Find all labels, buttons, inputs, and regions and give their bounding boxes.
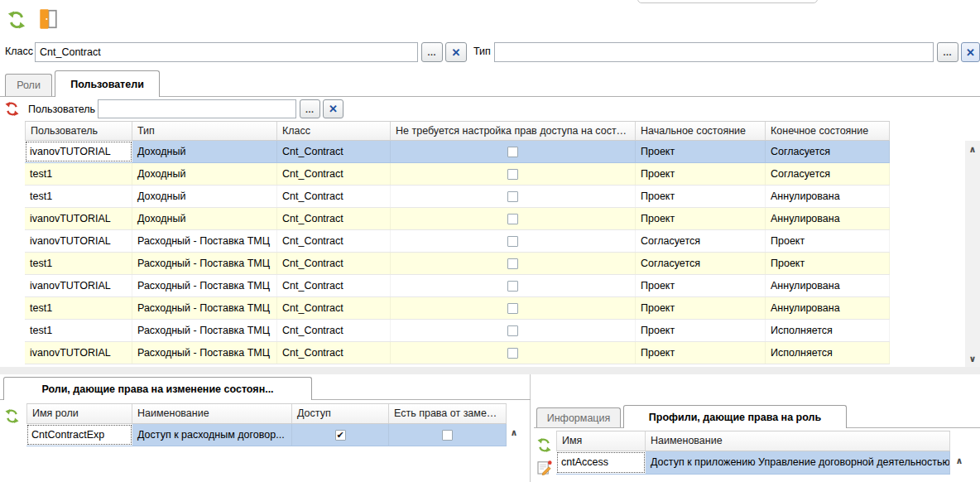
cell-end-state: Исполняется <box>766 320 890 341</box>
cell-start-state: Проект <box>636 208 766 229</box>
no-access-setup-checkbox[interactable] <box>507 281 518 292</box>
user-clear-button[interactable]: ✕ <box>323 99 343 118</box>
no-access-setup-checkbox[interactable] <box>507 325 518 336</box>
type-input[interactable] <box>494 42 934 62</box>
tab-information[interactable]: Информация <box>536 407 621 427</box>
scroll-down-icon[interactable]: ∨ <box>966 352 979 365</box>
type-browse-button[interactable]: … <box>937 42 958 62</box>
table-row[interactable]: test1ДоходныйCnt_ContractПроектАннулиров… <box>25 186 890 208</box>
edit-profile-button[interactable] <box>536 460 552 475</box>
roles-refresh-button[interactable] <box>4 408 20 424</box>
profiles-panel: Информация Профили, дающие права на роль… <box>534 374 980 482</box>
table-row[interactable]: test1Расходный - Поставка ТМЦCnt_Contrac… <box>25 297 890 320</box>
cell-class: Cnt_Contract <box>277 186 391 207</box>
column-header[interactable]: Начальное состояние <box>636 122 766 140</box>
refresh-icon <box>7 10 26 30</box>
column-header[interactable]: Не требуется настройка прав доступа на с… <box>391 122 636 140</box>
substitution-checkbox[interactable] <box>442 430 453 441</box>
cell-end-state: Проект <box>766 253 890 274</box>
cell-role-name: CntContractExp <box>26 424 132 446</box>
cell-start-state: Согласуется <box>636 253 766 274</box>
user-browse-button[interactable]: … <box>300 99 320 118</box>
cell-start-state: Проект <box>636 275 766 296</box>
cell-no-access-setup <box>391 230 636 252</box>
cell-type: Расходный - Поставка ТМЦ <box>132 297 277 319</box>
no-access-setup-checkbox[interactable] <box>507 169 518 180</box>
class-browse-button[interactable]: … <box>421 42 443 62</box>
cell-no-access-setup <box>391 163 636 185</box>
column-header[interactable]: Тип <box>132 122 277 140</box>
table-row[interactable]: ivanovTUTORIALРасходный - Поставка ТМЦCn… <box>25 342 890 364</box>
user-filter-input[interactable] <box>98 99 296 118</box>
users-table-scrollbar[interactable]: ∧ ∨ <box>965 141 980 367</box>
cell-type: Расходный - Поставка ТМЦ <box>132 253 277 274</box>
users-refresh-button[interactable] <box>4 101 20 117</box>
table-row[interactable]: ivanovTUTORIALРасходный - Поставка ТМЦCn… <box>25 275 890 297</box>
column-header[interactable]: Имя роли <box>26 404 132 423</box>
cell-start-state: Проект <box>636 186 766 207</box>
type-clear-button[interactable]: ✕ <box>961 42 980 62</box>
cell-no-access-setup <box>391 141 636 162</box>
table-row[interactable]: ivanovTUTORIALРасходный - Поставка ТМЦCn… <box>25 230 890 253</box>
toolbar-popup-edge <box>637 0 818 3</box>
cell-user: ivanovTUTORIAL <box>25 275 132 296</box>
class-input[interactable] <box>35 42 418 62</box>
column-header[interactable]: Конечное состояние <box>766 122 890 140</box>
no-access-setup-checkbox[interactable] <box>507 348 518 359</box>
no-access-setup-checkbox[interactable] <box>507 303 518 314</box>
class-clear-button[interactable]: ✕ <box>445 42 467 62</box>
column-header[interactable]: Пользователь <box>25 122 132 140</box>
cell-type: Расходный - Поставка ТМЦ <box>132 275 277 296</box>
cell-type: Расходный - Поставка ТМЦ <box>132 320 277 341</box>
column-header[interactable]: Класс <box>277 122 391 140</box>
table-row[interactable]: test1Расходный - Поставка ТМЦCnt_Contrac… <box>25 253 890 275</box>
table-row[interactable]: test1ДоходныйCnt_ContractПроектСогласует… <box>25 163 890 186</box>
scroll-up-icon[interactable]: ∧ <box>507 426 521 439</box>
cell-end-state: Аннулирована <box>766 275 890 296</box>
cell-user: test1 <box>25 186 132 207</box>
scroll-up-icon[interactable]: ∧ <box>966 142 979 156</box>
cell-class: Cnt_Contract <box>277 230 391 252</box>
tab-profiles-granting-role[interactable]: Профили, дающие права на роль <box>623 405 847 428</box>
table-row[interactable]: test1Расходный - Поставка ТМЦCnt_Contrac… <box>25 320 890 342</box>
table-row[interactable]: CntContractExp Доступ к расходным догово… <box>26 424 507 446</box>
cell-class: Cnt_Contract <box>277 253 391 274</box>
scroll-up-icon[interactable]: ∧ <box>953 454 966 467</box>
cell-user: ivanovTUTORIAL <box>25 208 132 229</box>
cell-type: Доходный <box>132 141 277 162</box>
no-access-setup-checkbox[interactable] <box>507 236 518 247</box>
cell-start-state: Проект <box>636 141 766 162</box>
tab-roles[interactable]: Роли <box>5 74 52 96</box>
no-access-setup-checkbox[interactable] <box>507 214 518 224</box>
refresh-button[interactable] <box>7 10 26 30</box>
access-checkbox[interactable]: ✔ <box>335 430 346 441</box>
cell-profile-name: cntAccess <box>556 451 646 474</box>
cell-no-access-setup <box>391 253 636 274</box>
cell-end-state: Согласуется <box>766 141 890 162</box>
cell-class: Cnt_Contract <box>277 163 391 185</box>
table-row[interactable]: cntAccess Доступ к приложению Управление… <box>556 451 950 475</box>
profiles-refresh-button[interactable] <box>536 437 552 453</box>
cell-start-state: Проект <box>636 342 766 364</box>
column-header[interactable]: Доступ <box>292 404 389 423</box>
roles-table-body: CntContractExp Доступ к расходным догово… <box>26 424 507 446</box>
profiles-table-header: Имя Наименование <box>556 431 950 451</box>
column-header[interactable]: Имя <box>556 431 646 451</box>
column-header[interactable]: Наименование <box>132 404 292 423</box>
horizontal-splitter[interactable] <box>0 367 980 374</box>
cell-no-access-setup <box>391 320 636 341</box>
cell-no-access-setup <box>391 275 636 296</box>
table-row[interactable]: ivanovTUTORIALДоходныйCnt_ContractПроект… <box>25 208 890 230</box>
no-access-setup-checkbox[interactable] <box>507 191 518 202</box>
no-access-setup-checkbox[interactable] <box>507 147 518 157</box>
exit-button[interactable] <box>36 7 60 31</box>
roles-panel: Роли, дающие права на изменение состоян.… <box>0 374 531 482</box>
cell-no-access-setup <box>391 297 636 319</box>
tab-users[interactable]: Пользователи <box>55 70 160 97</box>
table-row[interactable]: ivanovTUTORIALДоходныйCnt_ContractПроект… <box>25 141 890 163</box>
cell-class: Cnt_Contract <box>277 342 391 364</box>
column-header[interactable]: Наименование <box>646 431 950 451</box>
tab-roles-state-change[interactable]: Роли, дающие права на изменение состоян.… <box>3 377 312 400</box>
no-access-setup-checkbox[interactable] <box>507 258 518 269</box>
column-header[interactable]: Есть права от замещений <box>389 404 507 423</box>
